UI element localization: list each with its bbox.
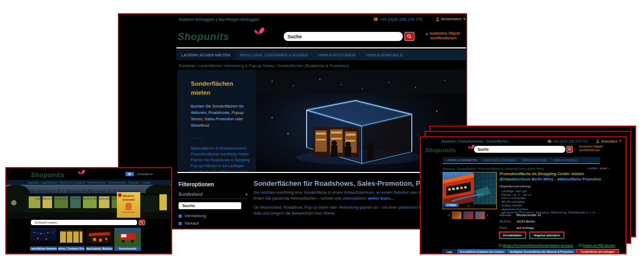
search-input[interactable] xyxy=(284,32,403,41)
filter-title: Filteroptionen xyxy=(179,181,214,187)
user-icon xyxy=(436,17,439,21)
food-truck-photo xyxy=(114,228,141,246)
chevron-down-icon: ▾ xyxy=(245,192,248,197)
bakery-ad-poster[interactable]: Bäckerei Grünwald frisch & lecker xyxy=(117,192,140,218)
hero-link-1[interactable]: Aktionsflächen in Einkaufszentren xyxy=(191,145,251,151)
description-item: - Lauflage: sehr gut xyxy=(499,189,622,193)
description-label: Objektbeschreibung: xyxy=(499,185,531,188)
detail-navbar: Ladenflächen mieten Pavillons & Containe… xyxy=(443,157,600,164)
language-button[interactable]: DE xyxy=(125,172,134,176)
request-area-cta-button[interactable]: Sonderfläche jetzt anfragen xyxy=(576,249,619,254)
hero-link-5[interactable]: Streetfood- & Eventflächen buchen xyxy=(191,169,251,171)
plus-icon: ▸ xyxy=(426,31,428,41)
category-card-verkaufsmobile[interactable]: Verkaufsmobile xyxy=(114,228,141,251)
checkbox-icon xyxy=(179,214,182,218)
category-card-verkaufsstaende[interactable]: Verkaufsstände, Marktbuden xyxy=(86,228,113,251)
pdf-details-link[interactable]: Details als PDF abrufen xyxy=(579,244,615,247)
request-offer-button[interactable]: Angebot anfordern xyxy=(530,232,564,238)
logo[interactable]: Shopunits xyxy=(425,147,456,153)
ad-badge-icon xyxy=(118,193,122,197)
hero-link-2[interactable]: Promotionflächen kurzfristig mieten xyxy=(191,151,251,157)
description-item: - Fläche: ca. 2 – 20 m² xyxy=(499,193,622,197)
filter-option-vermietung[interactable]: Vermietung xyxy=(179,213,206,218)
sidebar-divider xyxy=(177,199,248,199)
butterfly-logo-icon xyxy=(253,26,265,37)
ad-line2: Grünwald xyxy=(122,198,134,201)
nav-item-ladenflaechen[interactable]: Ladenflächen mieten xyxy=(176,49,235,60)
chevron-down-icon: ▾ xyxy=(463,16,465,21)
nav-item-pavillons[interactable]: Pavillons & Container xyxy=(480,157,519,163)
search-input[interactable] xyxy=(474,146,565,153)
card-label: Verkaufsmobile xyxy=(114,246,141,251)
field-row-adresse: Adresse: Musterstraße 12 xyxy=(499,213,541,217)
thumbnail-3[interactable] xyxy=(475,211,485,219)
login-link[interactable]: Anmelden ▾ xyxy=(137,172,152,176)
utility-links[interactable]: Startseite / Einkaufszentren / Sonderflä… xyxy=(441,139,509,143)
pager[interactable]: ‹ zurück · weiter › xyxy=(587,167,609,170)
mini-navbar[interactable]: Startseite · Ladenflächen · Pavillons & … xyxy=(6,180,171,185)
user-icon xyxy=(596,139,599,143)
card-label: Verkaufsstände, Marktbuden xyxy=(86,246,113,251)
description-item: - WLAN verfügbar xyxy=(499,200,622,204)
sidebar-search-input[interactable] xyxy=(179,202,241,209)
search-icon xyxy=(568,147,572,151)
nav-item-verkaufsstaende[interactable]: Verkaufsstände xyxy=(312,49,360,60)
more-areas-link[interactable]: Weitere Promotionflächen/Sonderflächen a… xyxy=(498,244,573,247)
bundesland-dropdown[interactable]: Bundesland ▾ xyxy=(179,192,248,197)
window-marketplace-start-page: Shopunits DE Anmelden ▾ Startseite · Lad… xyxy=(5,167,172,254)
chevron-down-icon: ▾ xyxy=(619,139,621,143)
hero-separator: ........ xyxy=(191,135,251,139)
description-item: - tageweise buchbar xyxy=(499,208,622,211)
object-subtitle: (Einkaufszentrum Berlin Mitte) – Aktions… xyxy=(499,177,601,181)
nav-item-ladenflaechen[interactable]: Ladenflächen mieten xyxy=(443,157,480,163)
baker-figure xyxy=(125,203,132,210)
logo[interactable]: Shopunits xyxy=(177,31,229,43)
marketplace-search-button[interactable] xyxy=(139,220,145,225)
hero-link-4[interactable]: Pop-up-Flächen in 1A-Lauflagen xyxy=(191,163,251,169)
logo[interactable]: Shopunits xyxy=(31,171,64,179)
nav-item-verkaufsstaende[interactable]: Verkaufsstände xyxy=(519,157,550,163)
object-photo[interactable]: 12 Bilder xyxy=(443,172,497,209)
description-item: - Aufbau flexibel xyxy=(499,204,622,208)
phone-number: ☎ +49 (0)30 226 179 770 xyxy=(373,17,422,22)
search-icon xyxy=(140,221,143,224)
hero-title: Sonderflächen mieten xyxy=(191,79,239,98)
hero-link-3[interactable]: Flächen für Roadshows & Sampling xyxy=(191,157,251,163)
thumbnail-strip: ‹ › xyxy=(448,211,488,219)
read-more-link[interactable]: weiter lesen... xyxy=(368,196,394,201)
utility-links[interactable]: Anbieter-Einloggen | Nachfrager-Einlogge… xyxy=(179,17,259,22)
header-divider xyxy=(176,47,466,48)
nav-item-verkaufsmobile[interactable]: Verkaufsmobile xyxy=(550,157,580,163)
tab-lage[interactable]: Lage xyxy=(442,249,456,254)
publish-object-link[interactable]: kostenlos Objekt veröffentlichen xyxy=(579,145,603,152)
breadcrumb[interactable]: Startseite / Ladenflächen Vermietung & P… xyxy=(179,63,402,68)
search-button[interactable] xyxy=(404,32,414,41)
phone-icon: ☎ xyxy=(547,139,552,143)
breadcrumb[interactable]: Startseite / Sonderflächen / Promotionfl… xyxy=(443,167,581,170)
thumbnail-2[interactable] xyxy=(463,211,473,219)
field-row-preis: Preis: auf Anfrage xyxy=(499,226,534,229)
category-card-pavillons[interactable]: Pavillons, Container, Kioske xyxy=(58,228,84,251)
field-value: Musterstraße 12 xyxy=(516,213,541,217)
glass-pavilion-photo xyxy=(58,228,84,246)
account-menu[interactable]: Anmelden ▾ xyxy=(436,16,465,21)
marketplace-search-input[interactable] xyxy=(31,220,137,225)
account-menu[interactable]: Anmelden ▾ xyxy=(596,139,621,143)
thumbnail-1[interactable] xyxy=(452,211,462,219)
search-button[interactable] xyxy=(566,146,573,153)
tab-eckdaten[interactable]: Geschäftliche Eckdaten des Centers xyxy=(457,249,506,254)
nav-item-pavillons[interactable]: Pavillons, Container & Kioske xyxy=(235,49,312,60)
chevron-right-icon[interactable]: › xyxy=(487,213,488,218)
marketplace-hero: Marktplatz für Verkaufsflächen & Expansi… xyxy=(6,185,171,219)
publish-object-link[interactable]: ▸ kostenlos Objekt veröffentlichen xyxy=(426,31,460,41)
phone-icon: ☎ xyxy=(373,17,378,22)
contact-button[interactable]: Kontaktdaten xyxy=(499,232,526,238)
bullet-icon xyxy=(579,244,582,247)
nav-item-verkaufsmobile[interactable]: Verkaufsmobile xyxy=(361,49,408,60)
filter-option-verkauf[interactable]: Verkauf xyxy=(179,221,199,226)
tab-sonderflaechen[interactable]: Verfügbare Sonderflächen für Aktionen & … xyxy=(507,249,575,254)
main-navbar: Ladenflächen mieten Pavillons, Container… xyxy=(176,49,466,60)
category-card-ladenflaechen[interactable]: Ladenflächen Anmieten xyxy=(30,228,57,251)
chevron-left-icon[interactable]: ‹ xyxy=(448,213,450,218)
photo-count-badge[interactable]: 12 Bilder xyxy=(444,203,459,207)
